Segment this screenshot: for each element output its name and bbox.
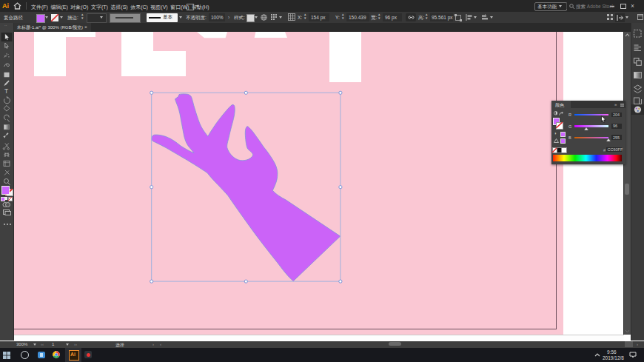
svg-text:T: T bbox=[4, 87, 8, 95]
